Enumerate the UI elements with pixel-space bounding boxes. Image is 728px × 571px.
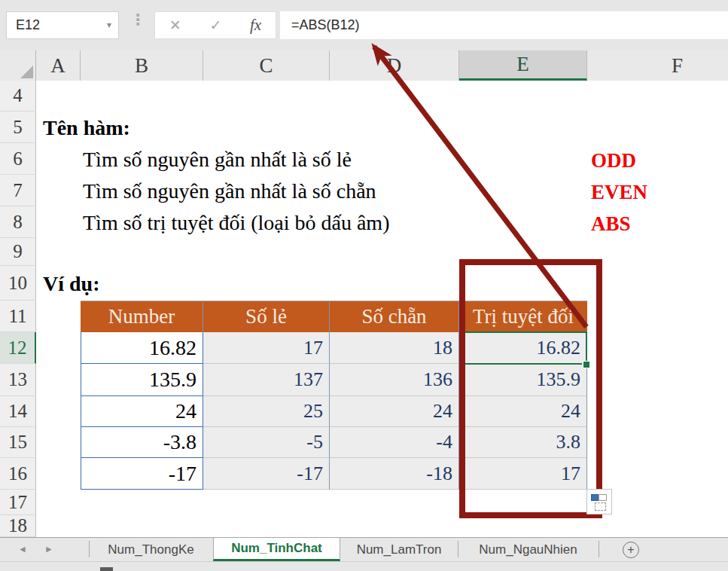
cell-function-name-abs[interactable]: ABS xyxy=(591,212,631,236)
sheet-tab-num_lamtron[interactable]: Num_LamTron xyxy=(340,538,458,561)
row-header-6[interactable]: 6 xyxy=(0,143,36,175)
sheet-tab-num_tinhchat[interactable]: Num_TinhChat xyxy=(213,538,340,561)
row-header-18[interactable]: 18 xyxy=(0,515,36,537)
column-header-e[interactable]: E xyxy=(459,50,587,81)
row-header-17[interactable]: 17 xyxy=(0,490,36,515)
row-header-12[interactable]: 12 xyxy=(0,332,36,364)
cell-function-desc-odd[interactable]: Tìm số nguyên gần nhất là số lẻ xyxy=(83,148,352,172)
cell-function-desc-abs[interactable]: Tìm số trị tuyệt đối (loại bỏ dấu âm) xyxy=(83,211,389,235)
column-header-a[interactable]: A xyxy=(36,50,81,81)
annotation-rectangle xyxy=(459,259,602,518)
sheet-tab-num_thongke[interactable]: Num_ThongKe xyxy=(89,538,213,561)
table-header-cell[interactable]: Số chẵn xyxy=(330,301,459,332)
table-cell[interactable]: -18 xyxy=(330,458,459,490)
autofill-icon-dashed xyxy=(595,502,606,511)
table-cell[interactable]: 135.9 xyxy=(81,364,203,396)
cell-functions-title[interactable]: Tên hàm: xyxy=(43,116,130,140)
name-box-dropdown-icon[interactable]: ▾ xyxy=(107,12,111,38)
row-header-5[interactable]: 5 xyxy=(0,111,36,143)
table-cell[interactable]: 136 xyxy=(330,364,459,396)
row-header-14[interactable]: 14 xyxy=(0,396,36,427)
column-header-d[interactable]: D xyxy=(330,50,459,81)
row-header-13[interactable]: 13 xyxy=(0,364,36,396)
cell-examples-title[interactable]: Ví dụ: xyxy=(43,272,99,296)
row-header-4[interactable]: 4 xyxy=(0,81,36,111)
table-cell[interactable]: 25 xyxy=(203,396,330,427)
row-header-11[interactable]: 11 xyxy=(0,301,36,332)
excel-window: E12 ▾ ⋮ ✕ ✓ fx =ABS(B12) ABCDEF 45678910… xyxy=(0,0,728,571)
table-cell[interactable]: -17 xyxy=(203,458,330,490)
cell-function-name-odd[interactable]: ODD xyxy=(591,149,636,173)
name-box[interactable]: E12 ▾ xyxy=(6,11,119,39)
table-cell[interactable]: -17 xyxy=(81,458,203,490)
table-header-cell[interactable]: Number xyxy=(81,301,203,332)
row-header-7[interactable]: 7 xyxy=(0,175,36,206)
table-cell[interactable]: 17 xyxy=(203,332,330,364)
formula-input[interactable]: =ABS(B12) xyxy=(280,11,728,39)
row-header-10[interactable]: 10 xyxy=(0,266,36,301)
table-cell[interactable]: -4 xyxy=(330,427,459,458)
row-header-9[interactable]: 9 xyxy=(0,238,36,266)
status-bar-artifact xyxy=(100,567,113,571)
autofill-options-button[interactable] xyxy=(586,489,612,515)
table-cell[interactable]: 16.82 xyxy=(81,332,203,364)
table-cell[interactable]: 18 xyxy=(330,332,459,364)
tab-nav-right-icon[interactable]: ► xyxy=(38,537,60,561)
column-header-f[interactable]: F xyxy=(587,50,728,81)
name-box-value: E12 xyxy=(16,12,40,38)
select-all-triangle-icon xyxy=(20,66,33,78)
formula-button-group: ✕ ✓ fx xyxy=(154,11,276,39)
tab-nav-left-icon[interactable]: ◄ xyxy=(11,537,34,561)
row-header-8[interactable]: 8 xyxy=(0,206,36,238)
cell-function-desc-even[interactable]: Tìm số nguyên gần nhất là số chẵn xyxy=(83,179,376,203)
column-header-c[interactable]: C xyxy=(203,50,330,81)
table-cell[interactable]: 137 xyxy=(203,364,330,396)
table-cell[interactable]: -3.8 xyxy=(81,427,203,458)
row-header-16[interactable]: 16 xyxy=(0,458,36,490)
formula-bar-overflow-icon: ⋮ xyxy=(130,11,145,29)
column-header-b[interactable]: B xyxy=(81,50,203,81)
table-header-cell[interactable]: Số lẻ xyxy=(203,301,330,332)
row-header-15[interactable]: 15 xyxy=(0,427,36,458)
cell-function-name-even[interactable]: EVEN xyxy=(591,181,647,204)
formula-bar-area: E12 ▾ ⋮ ✕ ✓ fx =ABS(B12) xyxy=(0,0,728,50)
table-cell[interactable]: 24 xyxy=(330,396,459,427)
cancel-icon[interactable]: ✕ xyxy=(169,17,181,34)
autofill-icon-part xyxy=(599,494,607,501)
insert-function-icon[interactable]: fx xyxy=(250,16,261,35)
table-cell[interactable]: -5 xyxy=(203,427,330,458)
table-cell[interactable]: 24 xyxy=(81,396,203,427)
enter-icon[interactable]: ✓ xyxy=(209,17,221,34)
sheet-tab-num_ngaunhien[interactable]: Num_NgauNhien xyxy=(458,538,599,561)
add-sheet-button[interactable]: + xyxy=(623,542,639,558)
select-all-corner[interactable] xyxy=(0,50,36,81)
